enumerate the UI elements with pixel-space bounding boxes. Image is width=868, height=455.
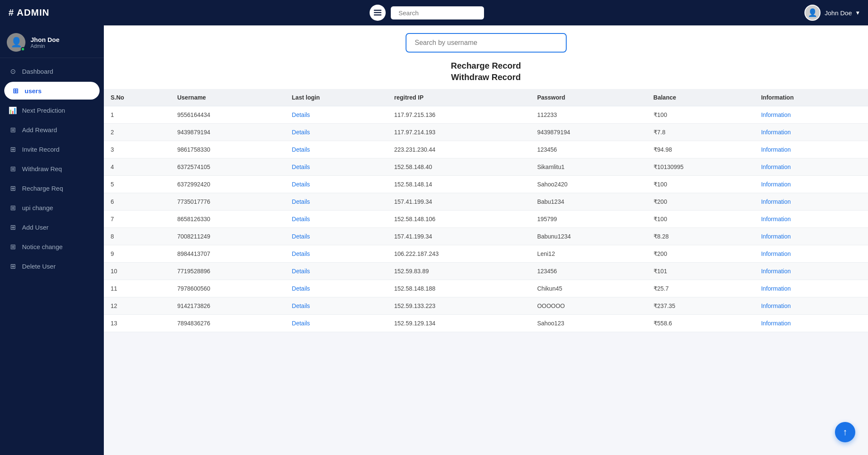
last-login-link[interactable]: Details: [292, 164, 310, 170]
sidebar-item-label-invite-record: Invite Record: [22, 146, 59, 153]
cell-information[interactable]: Information: [754, 228, 868, 245]
information-link[interactable]: Information: [761, 285, 791, 292]
sidebar-item-dashboard[interactable]: ⊙ Dashboard: [0, 61, 104, 81]
sidebar-item-next-prediction[interactable]: 📊 Next Prediction: [0, 100, 104, 120]
information-link[interactable]: Information: [761, 111, 791, 118]
last-login-link[interactable]: Details: [292, 268, 310, 275]
table-row: 117978600560Details152.58.148.188Chikun4…: [104, 280, 868, 297]
profile-info: Jhon Doe Admin: [31, 36, 59, 49]
last-login-link[interactable]: Details: [292, 198, 310, 205]
cell-username: 7719528896: [170, 263, 285, 280]
cell-username: 8984413707: [170, 245, 285, 263]
cell-last-login[interactable]: Details: [285, 263, 387, 280]
last-login-link[interactable]: Details: [292, 216, 310, 222]
cell-information[interactable]: Information: [754, 280, 868, 297]
sidebar-item-withdraw-req[interactable]: ⊞ Withdraw Req: [0, 159, 104, 178]
last-login-link[interactable]: Details: [292, 181, 310, 188]
cell-password: Babu1234: [530, 193, 646, 211]
sidebar-nav: ⊙ Dashboard ⊞ users 📊 Next Prediction ⊞ …: [0, 58, 104, 279]
information-link[interactable]: Information: [761, 129, 791, 136]
information-link[interactable]: Information: [761, 320, 791, 327]
cell-password: 112233: [530, 106, 646, 124]
add-reward-icon: ⊞: [8, 125, 17, 134]
cell-last-login[interactable]: Details: [285, 315, 387, 332]
cell-information[interactable]: Information: [754, 245, 868, 263]
cell-information[interactable]: Information: [754, 297, 868, 315]
cell-username: 9439879194: [170, 124, 285, 141]
cell-sno: 4: [104, 158, 170, 176]
cell-registered-ip: 152.59.133.223: [387, 297, 530, 315]
cell-last-login[interactable]: Details: [285, 124, 387, 141]
sidebar-item-recharge-req[interactable]: ⊞ Recharge Req: [0, 178, 104, 198]
sidebar-item-users[interactable]: ⊞ users: [4, 82, 100, 100]
sidebar-item-label-add-reward: Add Reward: [22, 126, 57, 133]
cell-information[interactable]: Information: [754, 106, 868, 124]
last-login-link[interactable]: Details: [292, 302, 310, 309]
cell-sno: 9: [104, 245, 170, 263]
last-login-link[interactable]: Details: [292, 233, 310, 240]
nav-search-input[interactable]: [391, 6, 484, 19]
sidebar-item-invite-record[interactable]: ⊞ Invite Record: [0, 139, 104, 159]
navbar: # ADMIN 👤 John Doe ▾: [0, 0, 868, 25]
last-login-link[interactable]: Details: [292, 320, 310, 327]
dropdown-arrow-icon: ▾: [856, 9, 860, 17]
information-link[interactable]: Information: [761, 268, 791, 275]
cell-last-login[interactable]: Details: [285, 228, 387, 245]
information-link[interactable]: Information: [761, 216, 791, 222]
search-username-input[interactable]: [406, 33, 567, 53]
last-login-link[interactable]: Details: [292, 129, 310, 136]
cell-username: 9142173826: [170, 297, 285, 315]
cell-last-login[interactable]: Details: [285, 141, 387, 158]
last-login-link[interactable]: Details: [292, 250, 310, 257]
cell-last-login[interactable]: Details: [285, 176, 387, 193]
cell-registered-ip: 152.58.148.40: [387, 158, 530, 176]
sidebar-item-delete-user[interactable]: ⊞ Delete User: [0, 256, 104, 276]
cell-last-login[interactable]: Details: [285, 297, 387, 315]
cell-balance: ₹558.6: [647, 315, 754, 332]
avatar: 👤: [804, 5, 821, 21]
menu-button[interactable]: [370, 5, 386, 21]
information-link[interactable]: Information: [761, 302, 791, 309]
notice-change-icon: ⊞: [8, 242, 17, 251]
sidebar-item-add-user[interactable]: ⊞ Add User: [0, 217, 104, 237]
scroll-top-button[interactable]: ↑: [835, 422, 855, 442]
information-link[interactable]: Information: [761, 181, 791, 188]
cell-information[interactable]: Information: [754, 263, 868, 280]
sidebar-item-notice-change[interactable]: ⊞ Notice change: [0, 237, 104, 256]
cell-sno: 13: [104, 315, 170, 332]
information-link[interactable]: Information: [761, 164, 791, 170]
cell-information[interactable]: Information: [754, 158, 868, 176]
cell-last-login[interactable]: Details: [285, 211, 387, 228]
withdraw-req-icon: ⊞: [8, 164, 17, 173]
information-link[interactable]: Information: [761, 250, 791, 257]
cell-balance: ₹200: [647, 193, 754, 211]
information-link[interactable]: Information: [761, 198, 791, 205]
table-row: 19556164434Details117.97.215.136112233₹1…: [104, 106, 868, 124]
col-header-regitred-ip: regitred IP: [387, 89, 530, 106]
dashboard-icon: ⊙: [8, 67, 17, 75]
table-row: 46372574105Details152.58.148.40Sikamlitu…: [104, 158, 868, 176]
cell-information[interactable]: Information: [754, 176, 868, 193]
cell-last-login[interactable]: Details: [285, 245, 387, 263]
cell-information[interactable]: Information: [754, 124, 868, 141]
sidebar-item-add-reward[interactable]: ⊞ Add Reward: [0, 120, 104, 139]
cell-password: 9439879194: [530, 124, 646, 141]
cell-last-login[interactable]: Details: [285, 106, 387, 124]
last-login-link[interactable]: Details: [292, 285, 310, 292]
cell-last-login[interactable]: Details: [285, 280, 387, 297]
cell-registered-ip: 152.58.148.106: [387, 211, 530, 228]
profile-role: Admin: [31, 43, 59, 49]
user-menu[interactable]: 👤 John Doe ▾: [804, 5, 860, 21]
last-login-link[interactable]: Details: [292, 146, 310, 153]
cell-registered-ip: 106.222.187.243: [387, 245, 530, 263]
information-link[interactable]: Information: [761, 233, 791, 240]
cell-information[interactable]: Information: [754, 193, 868, 211]
cell-information[interactable]: Information: [754, 141, 868, 158]
cell-last-login[interactable]: Details: [285, 193, 387, 211]
sidebar-item-upi-change[interactable]: ⊞ upi change: [0, 198, 104, 217]
cell-information[interactable]: Information: [754, 315, 868, 332]
cell-last-login[interactable]: Details: [285, 158, 387, 176]
cell-information[interactable]: Information: [754, 211, 868, 228]
information-link[interactable]: Information: [761, 146, 791, 153]
last-login-link[interactable]: Details: [292, 111, 310, 118]
